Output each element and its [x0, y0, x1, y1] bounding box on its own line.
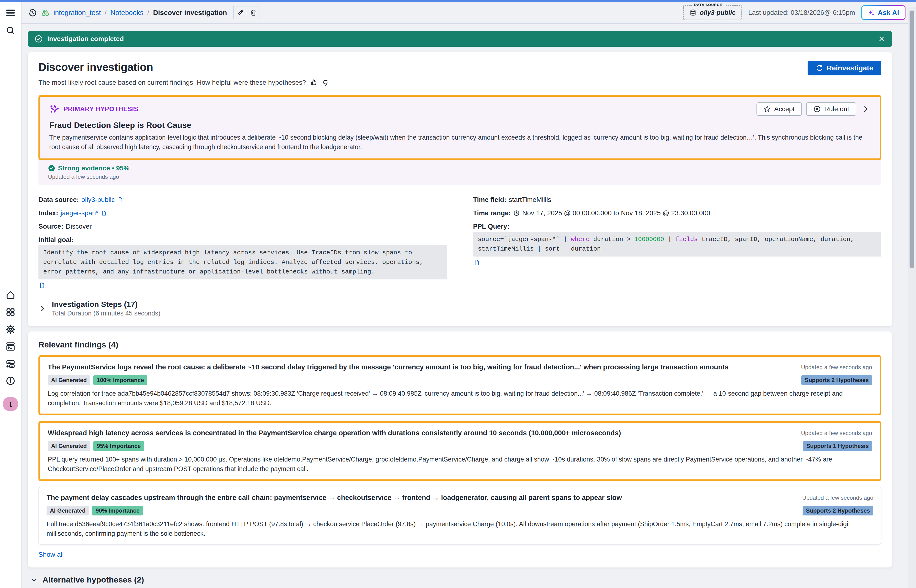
- next-hypothesis-chevron-icon[interactable]: [861, 105, 871, 113]
- top-header: integration_test / Notebooks / Discover …: [21, 2, 916, 24]
- data-source-link[interactable]: olly3-public: [81, 196, 115, 204]
- main-content: Investigation completed Discover investi…: [21, 24, 916, 588]
- ppl-query-code-block: source=`jaeger-span-*` | where duration …: [473, 232, 881, 257]
- importance-badge: 95% Importance: [93, 441, 144, 451]
- alternative-hypotheses-chevron-icon[interactable]: [31, 576, 38, 583]
- finding-item: Widespread high latency across services …: [39, 421, 881, 481]
- index-link[interactable]: jaeger-span*: [60, 209, 99, 217]
- rule-out-label: Rule out: [824, 105, 849, 113]
- recent-history-icon[interactable]: [28, 8, 37, 17]
- evidence-check-icon: [48, 165, 55, 172]
- alternative-hypotheses-header: Alternative hypotheses (2): [28, 575, 892, 585]
- hypothesis-title: Fraud Detection Sleep is Root Cause: [49, 121, 871, 130]
- check-circle-icon: [34, 35, 43, 43]
- ask-ai-button[interactable]: Ask AI: [861, 5, 905, 20]
- ai-generated-badge: AI Generated: [47, 506, 89, 515]
- reinvestigate-button[interactable]: Reinvestigate: [808, 61, 881, 76]
- delete-trash-icon[interactable]: [247, 6, 260, 19]
- finding-item: The payment delay cascades upstream thro…: [39, 487, 881, 544]
- alternative-hypotheses-heading[interactable]: Alternative hypotheses (2): [42, 575, 144, 585]
- thumbs-up-icon[interactable]: [311, 79, 317, 86]
- reinvestigate-label: Reinvestigate: [827, 64, 873, 72]
- apps-grid-icon[interactable]: [5, 306, 16, 318]
- ppl-keyword: fields: [675, 236, 698, 243]
- initial-goal-label: Initial goal:: [39, 236, 74, 244]
- menu-hamburger-icon[interactable]: [5, 7, 16, 19]
- data-source-chip[interactable]: DATA SOURCE olly3-public: [683, 5, 742, 20]
- primary-hypothesis-panel: PRIMARY HYPOTHESIS Accept Rule out: [39, 95, 881, 186]
- time-range-label: Time range:: [473, 209, 511, 217]
- thumbs-down-icon[interactable]: [322, 79, 329, 86]
- importance-badge: 90% Importance: [92, 506, 143, 515]
- copy-icon[interactable]: [473, 259, 480, 266]
- breadcrumb-workspace-link[interactable]: integration_test: [53, 9, 101, 17]
- ppl-keyword: where: [571, 236, 589, 243]
- circle-x-icon: [813, 105, 821, 113]
- hypothesis-updated-text: Updated a few seconds ago: [48, 173, 872, 180]
- breadcrumb-separator: /: [105, 9, 107, 17]
- finding-body: Log correlation for trace ada7bb45e94b04…: [48, 389, 872, 408]
- investigation-steps-title[interactable]: Investigation Steps (17): [52, 300, 160, 309]
- details-left-column: Data source: olly3-public Index: jaeger-…: [39, 196, 447, 290]
- breadcrumb: integration_test / Notebooks / Discover …: [28, 8, 227, 17]
- time-range-value: Nov 17, 2025 @ 00:00:00.000 to Nov 18, 2…: [522, 209, 710, 217]
- info-icon[interactable]: [5, 375, 16, 386]
- relevant-findings-card: Relevant findings (4) The PaymentService…: [28, 331, 892, 567]
- breadcrumb-notebooks-link[interactable]: Notebooks: [110, 9, 144, 17]
- data-source-label: Data source:: [39, 196, 79, 204]
- copy-icon[interactable]: [39, 282, 45, 289]
- investigation-steps-chevron-icon[interactable]: [39, 305, 47, 313]
- finding-title: The payment delay cascades upstream thro…: [47, 493, 802, 502]
- supports-hypotheses-badge: Supports 2 Hypotheses: [803, 506, 873, 515]
- show-all-link[interactable]: Show all: [39, 551, 64, 558]
- accept-button[interactable]: Accept: [756, 102, 802, 116]
- supports-hypotheses-badge: Supports 2 Hypotheses: [801, 375, 872, 385]
- time-field-value: startTimeMillis: [509, 196, 551, 204]
- banner-message: Investigation completed: [47, 35, 124, 43]
- initial-goal-code-block: Identify the root cause of widespread hi…: [39, 245, 447, 279]
- source-value: Discover: [66, 223, 92, 230]
- finding-body: PPL query returned 100+ spans with durat…: [48, 455, 872, 474]
- copy-icon[interactable]: [117, 197, 123, 203]
- database-icon: [689, 9, 697, 16]
- importance-badge: 100% Importance: [93, 375, 147, 385]
- sparkles-icon: [49, 104, 60, 114]
- rule-out-button[interactable]: Rule out: [806, 102, 856, 116]
- finding-title: The PaymentService logs reveal the root …: [48, 362, 801, 372]
- ppl-plain: |: [664, 236, 675, 243]
- settings-gear-icon[interactable]: [5, 324, 16, 335]
- dev-console-icon[interactable]: [5, 341, 16, 352]
- clock-icon: [513, 210, 520, 216]
- finding-body: Full trace d536eeaf9c0ce4734f361a0c3211e…: [47, 519, 873, 538]
- copy-icon[interactable]: [101, 210, 107, 216]
- scrollbar-thumb[interactable]: [910, 11, 914, 268]
- ppl-plain: duration >: [589, 236, 634, 243]
- refresh-icon: [816, 64, 823, 72]
- user-avatar[interactable]: t: [3, 397, 18, 412]
- investigation-card: Discover investigation Reinvestigate The…: [28, 52, 892, 326]
- star-icon: [764, 105, 771, 113]
- finding-updated-text: Updated a few seconds ago: [802, 493, 873, 501]
- breadcrumb-separator: /: [147, 9, 149, 17]
- header-right: DATA SOURCE olly3-public Last updated: 0…: [683, 5, 905, 20]
- ai-generated-badge: AI Generated: [48, 375, 90, 385]
- scrollbar-track: [908, 7, 916, 588]
- ppl-number: 10000000: [634, 236, 664, 243]
- primary-hypothesis-label: PRIMARY HYPOTHESIS: [63, 105, 139, 113]
- left-sidebar: t: [0, 2, 21, 588]
- source-label: Source:: [39, 223, 63, 230]
- ppl-plain: source=`jaeger-span-*` |: [478, 236, 571, 243]
- data-source-chip-value: olly3-public: [700, 9, 736, 16]
- relevant-findings-heading: Relevant findings (4): [39, 340, 881, 349]
- supports-hypotheses-badge: Supports 1 Hypothesis: [803, 441, 872, 451]
- details-right-column: Time field: startTimeMillis Time range: …: [473, 196, 881, 290]
- sparkle-icon: [868, 9, 875, 16]
- edit-pencil-icon[interactable]: [233, 6, 247, 19]
- add-panel-icon[interactable]: [5, 358, 16, 370]
- finding-item: The PaymentService logs reveal the root …: [39, 355, 881, 415]
- sidebar-nav-group: t: [3, 289, 18, 412]
- notebook-actions: [233, 6, 260, 19]
- search-icon[interactable]: [5, 25, 16, 36]
- home-icon[interactable]: [5, 289, 16, 301]
- banner-close-icon[interactable]: [878, 35, 885, 43]
